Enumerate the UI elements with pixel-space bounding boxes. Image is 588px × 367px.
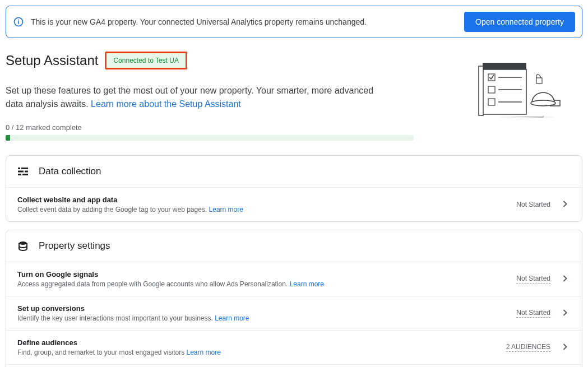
- svg-rect-4: [483, 69, 526, 114]
- task-status: Not Started: [516, 309, 550, 318]
- section-title: Data collection: [39, 166, 101, 177]
- learn-more-link[interactable]: Learn more: [290, 280, 324, 288]
- chevron-right-icon: [559, 198, 571, 211]
- task-title: Define audiences: [17, 338, 506, 347]
- learn-more-link[interactable]: Learn more: [209, 206, 243, 213]
- chevron-right-icon: [559, 341, 571, 354]
- info-icon: [13, 16, 24, 27]
- chevron-right-icon: [559, 273, 571, 286]
- task-desc: Access aggregated data from people with …: [17, 280, 516, 288]
- svg-rect-15: [18, 168, 20, 169]
- task-status: Not Started: [516, 201, 550, 208]
- task-desc: Find, group, and remarket to your most e…: [17, 349, 506, 356]
- svg-rect-3: [483, 63, 526, 69]
- svg-point-21: [19, 241, 27, 245]
- info-text: This is your new GA4 property. Your conn…: [31, 17, 457, 26]
- section-header: Data collection: [6, 156, 582, 187]
- svg-point-13: [531, 100, 555, 106]
- learn-more-setup-assistant-link[interactable]: Learn more about the Setup Assistant: [91, 99, 241, 109]
- property-settings-icon: [17, 241, 29, 251]
- task-desc: Identify the key user interactions most …: [17, 314, 516, 322]
- progress-label: 0 / 12 marked complete: [6, 123, 414, 132]
- progress-fill: [6, 135, 10, 141]
- task-row-google-signals[interactable]: Turn on Google signals Access aggregated…: [6, 262, 582, 296]
- open-connected-property-button[interactable]: Open connected property: [464, 12, 575, 32]
- section-card-data-collection: Data collection Collect website and app …: [6, 155, 582, 222]
- task-title: Turn on Google signals: [17, 270, 516, 278]
- chevron-right-icon: [559, 307, 571, 320]
- task-row-audiences[interactable]: Define audiences Find, group, and remark…: [6, 330, 582, 364]
- info-banner: This is your new GA4 property. Your conn…: [6, 6, 582, 38]
- task-status: Not Started: [516, 275, 550, 284]
- svg-rect-19: [18, 174, 21, 175]
- svg-rect-5: [479, 66, 483, 115]
- svg-rect-20: [22, 174, 28, 175]
- learn-more-link[interactable]: Learn more: [215, 314, 249, 322]
- checklist-illustration: [470, 52, 582, 122]
- data-collection-icon: [17, 166, 29, 176]
- svg-rect-17: [18, 171, 24, 173]
- section-title: Property settings: [39, 240, 110, 252]
- svg-rect-16: [21, 168, 28, 169]
- page-title: Setup Assistant: [6, 53, 98, 68]
- task-title: Set up conversions: [17, 304, 516, 313]
- svg-point-2: [18, 20, 19, 21]
- task-row-manage-users[interactable]: Manage users Add users, user groups, and…: [6, 364, 582, 367]
- svg-rect-12: [536, 78, 542, 83]
- page-subtitle: Set up these features to get the most ou…: [6, 84, 387, 111]
- svg-rect-18: [25, 171, 28, 173]
- connected-badge: Connected to Test UA: [105, 52, 187, 69]
- progress-bar: [6, 135, 414, 141]
- section-header: Property settings: [6, 230, 582, 262]
- task-row-conversions[interactable]: Set up conversions Identify the key user…: [6, 296, 582, 330]
- task-desc: Collect event data by adding the Google …: [17, 206, 516, 213]
- section-card-property-settings: Property settings Turn on Google signals…: [6, 230, 582, 367]
- learn-more-link[interactable]: Learn more: [186, 349, 220, 356]
- task-status: 2 AUDIENCES: [506, 343, 550, 352]
- task-title: Collect website and app data: [17, 196, 516, 204]
- task-row-collect-data[interactable]: Collect website and app data Collect eve…: [6, 187, 582, 221]
